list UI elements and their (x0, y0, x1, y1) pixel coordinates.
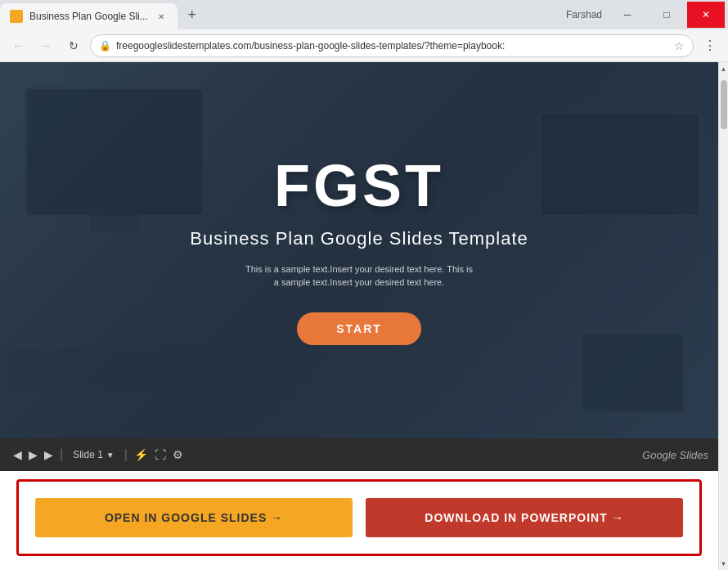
titlebar: Business Plan Google Sli... ✕ + Farshad … (0, 0, 728, 29)
page-bottom-spacer (0, 564, 718, 570)
refresh-icon: ↻ (69, 39, 79, 52)
content-area: FGST Business Plan Google Slides Templat… (0, 62, 728, 570)
new-tab-button[interactable]: + (181, 3, 204, 26)
slide-dropdown-arrow[interactable]: ▼ (106, 451, 115, 460)
tab-close-button[interactable]: ✕ (155, 10, 168, 23)
divider: | (60, 447, 63, 462)
slide-label: Slide 1 ▼ (73, 449, 115, 460)
open-in-google-slides-button[interactable]: OPEN IN GOOGLE SLIDES → (35, 498, 353, 537)
menu-dots-icon: ⋮ (703, 38, 717, 53)
start-button[interactable]: START (297, 312, 421, 345)
play-button[interactable]: ▶ (29, 448, 38, 461)
minimize-button[interactable]: ─ (609, 2, 646, 28)
user-name: Farshad (559, 9, 609, 20)
prev-slide-button[interactable]: ◀ (13, 448, 22, 461)
active-tab[interactable]: Business Plan Google Sli... ✕ (0, 3, 178, 29)
tab-favicon (10, 10, 23, 23)
download-in-powerpoint-button[interactable]: DOWNLOAD IN POWERPOINT → (366, 498, 683, 537)
new-tab-area: + (178, 0, 559, 29)
address-box[interactable]: 🔒 freegoogleslidestemplates.com/business… (90, 34, 694, 57)
slide-subtitle: This is a sample text.Insert your desire… (245, 263, 474, 289)
refresh-button[interactable]: ↻ (62, 34, 85, 57)
scroll-track[interactable] (719, 75, 728, 557)
divider2: | (124, 447, 128, 462)
forward-button[interactable]: → (34, 34, 57, 57)
slide-logo: FGST (274, 156, 444, 215)
addressbar: ← → ↻ 🔒 freegoogleslidestemplates.com/bu… (0, 29, 728, 62)
slide-container: FGST Business Plan Google Slides Templat… (0, 62, 718, 471)
scroll-thumb[interactable] (721, 80, 727, 129)
maximize-button[interactable]: □ (648, 2, 685, 28)
back-button[interactable]: ← (7, 34, 29, 57)
scrollbar[interactable]: ▲ ▼ (718, 62, 728, 570)
scroll-up-arrow[interactable]: ▲ (719, 62, 729, 75)
scroll-down-arrow[interactable]: ▼ (719, 557, 729, 570)
chrome-menu-button[interactable]: ⋮ (699, 34, 721, 57)
slide-frame: FGST Business Plan Google Slides Templat… (0, 62, 718, 438)
next-slide-button[interactable]: ▶ (44, 448, 53, 461)
forward-icon: → (40, 39, 52, 52)
lightning-button[interactable]: ⚡ (134, 448, 148, 461)
settings-button[interactable]: ⚙ (173, 448, 183, 461)
tab-title: Business Plan Google Sli... (29, 11, 148, 22)
bookmark-icon[interactable]: ☆ (674, 39, 685, 52)
fullscreen-button[interactable]: ⛶ (155, 448, 166, 461)
google-slides-label: Google Slides (642, 449, 708, 461)
lock-icon: 🔒 (99, 40, 111, 52)
window-controls: ─ □ ✕ (609, 0, 728, 29)
slide-content: FGST Business Plan Google Slides Templat… (0, 62, 718, 438)
address-text: freegoogleslidestemplates.com/business-p… (116, 40, 669, 52)
page-content: FGST Business Plan Google Slides Templat… (0, 62, 718, 570)
close-button[interactable]: ✕ (687, 2, 725, 28)
slide-controls-bar: ◀ ▶ ▶ | Slide 1 ▼ | ⚡ ⛶ ⚙ Google Slides (0, 438, 718, 471)
browser-window: Business Plan Google Sli... ✕ + Farshad … (0, 0, 728, 570)
slide-title: Business Plan Google Slides Template (190, 228, 528, 249)
cta-section: OPEN IN GOOGLE SLIDES → DOWNLOAD IN POWE… (16, 479, 702, 556)
back-icon: ← (12, 39, 24, 52)
